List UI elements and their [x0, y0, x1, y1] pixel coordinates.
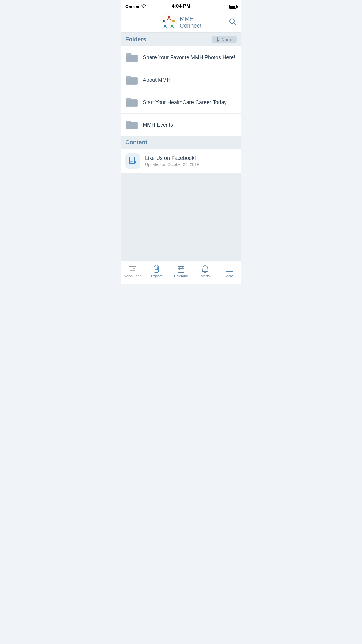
status-bar: Carrier 4:04 PM: [121, 0, 241, 12]
content-item[interactable]: Like Us on Facebook! Updated on October …: [121, 149, 241, 174]
svg-rect-9: [129, 157, 135, 164]
alerts-icon: [201, 265, 209, 273]
app-header: MMHConnect: [121, 12, 241, 33]
folder-icon: [125, 75, 138, 85]
sort-label: Name: [222, 37, 233, 42]
news-feed-label: News Feed: [124, 274, 142, 278]
folder-item[interactable]: About MMH: [121, 69, 241, 91]
folder-icon: [125, 120, 138, 130]
app-name-text: MMHConnect: [180, 15, 202, 29]
content-item-name: Like Us on Facebook!: [145, 155, 237, 161]
search-button[interactable]: [229, 18, 237, 27]
explore-label: Explore: [151, 274, 163, 278]
svg-rect-18: [155, 267, 158, 270]
svg-point-1: [168, 16, 170, 18]
main-content: Folders Name Share Your Favorite MMH Pho…: [121, 33, 241, 261]
bottom-navigation: News Feed Explore Calendar: [121, 261, 241, 284]
wifi-icon: [141, 4, 146, 8]
folder-item[interactable]: MMH Events: [121, 114, 241, 136]
folder-name: MMH Events: [143, 122, 173, 128]
content-item-date: Updated on October 24, 2019: [145, 162, 237, 167]
svg-line-7: [234, 23, 236, 25]
sort-icon: [215, 37, 220, 42]
content-title: Content: [125, 139, 147, 146]
nav-item-calendar[interactable]: Calendar: [169, 265, 193, 278]
calendar-label: Calendar: [174, 274, 188, 278]
folders-section-header: Folders Name: [121, 33, 241, 46]
nav-item-more[interactable]: More: [217, 265, 241, 278]
nav-item-explore[interactable]: Explore: [145, 265, 169, 278]
news-feed-icon: [129, 265, 136, 273]
empty-content-area: [121, 174, 241, 261]
more-label: More: [225, 274, 233, 278]
logo-area: MMHConnect: [161, 14, 202, 30]
folder-item[interactable]: Start Your HealthCare Career Today: [121, 91, 241, 114]
content-icon-wrap: [125, 153, 140, 169]
explore-icon: [153, 265, 161, 273]
folder-name: About MMH: [143, 77, 171, 83]
svg-rect-17: [133, 267, 135, 269]
folder-icon: [125, 52, 138, 63]
folder-item[interactable]: Share Your Favorite MMH Photos Here!: [121, 46, 241, 69]
status-left: Carrier: [125, 4, 146, 9]
carrier-label: Carrier: [125, 4, 140, 9]
search-icon: [229, 18, 237, 26]
calendar-icon: [177, 265, 185, 273]
alerts-label: Alerts: [201, 274, 210, 278]
document-link-icon: [129, 157, 137, 165]
nav-item-news-feed[interactable]: News Feed: [121, 265, 145, 278]
folder-name: Share Your Favorite MMH Photos Here!: [143, 55, 235, 61]
folders-title: Folders: [125, 36, 146, 43]
content-section-header: Content: [121, 136, 241, 149]
status-time: 4:04 PM: [172, 3, 190, 9]
svg-rect-23: [179, 269, 180, 270]
svg-rect-19: [178, 267, 184, 272]
nav-item-alerts[interactable]: Alerts: [193, 265, 217, 278]
content-info: Like Us on Facebook! Updated on October …: [145, 155, 237, 167]
battery-indicator: [229, 4, 237, 9]
app-logo: [161, 14, 177, 30]
more-icon: [226, 265, 233, 273]
folder-icon: [125, 97, 138, 108]
folder-name: Start Your HealthCare Career Today: [143, 99, 227, 106]
sort-button[interactable]: Name: [212, 36, 237, 43]
